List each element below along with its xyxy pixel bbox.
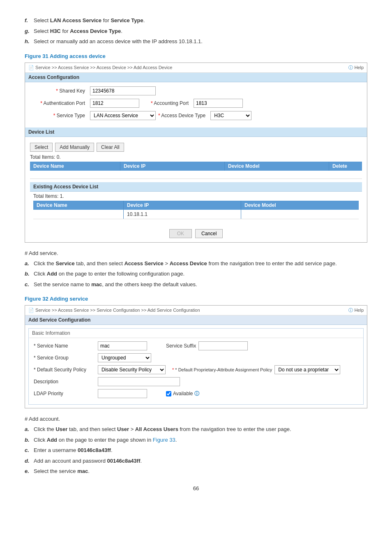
access-device-type-label: * Access Device Type	[158, 113, 208, 118]
instruction-h: h. Select or manually add an access devi…	[25, 37, 367, 46]
service-name-input[interactable]	[98, 341, 147, 350]
label-a1: a.	[25, 260, 34, 268]
basic-info-section: Basic Information * Service Name Service…	[28, 328, 364, 405]
label-c1: c.	[25, 280, 34, 289]
description-row: Description	[34, 377, 358, 386]
col-ex-device-ip: Device IP	[124, 201, 241, 210]
instruction-ae: e. Select the service mac.	[25, 467, 367, 475]
figure31-help[interactable]: ⓘ Help	[348, 65, 364, 71]
top-instructions: f. Select LAN Access Service for Service…	[25, 16, 367, 46]
instruction-ad: d. Add an account and password 00146c8a4…	[25, 457, 367, 465]
col-ex-device-name: Device Name	[33, 201, 124, 210]
figure31-breadcrumb: 📄 Service >> Access Service >> Access De…	[28, 65, 172, 70]
ok-button[interactable]: OK	[169, 229, 192, 238]
label-b1: b.	[25, 270, 34, 278]
service-suffix-label: Service Suffix	[150, 343, 196, 349]
ok-cancel-row: OK Cancel	[25, 225, 367, 242]
ex-device-name	[33, 210, 124, 219]
text-g: Select H3C for Access Device Type.	[34, 27, 367, 35]
instruction-a1: a. Click the Service tab, and then selec…	[25, 260, 367, 268]
add-manually-button[interactable]: Add Manually	[55, 143, 94, 152]
ldap-priority-label: LDAP Priority	[34, 391, 95, 396]
default-proprietary-label: * * Default Proprietary-Attribute Assign…	[168, 367, 272, 372]
service-type-row: * Service Type LAN Access Service * Acce…	[30, 111, 362, 120]
ldap-priority-input[interactable]	[98, 389, 147, 398]
hash-add-service: # Add service.	[25, 250, 367, 256]
accounting-port-input[interactable]	[194, 99, 243, 108]
service-name-label: * Service Name	[34, 343, 95, 349]
add-service-instructions: a. Click the Service tab, and then selec…	[25, 260, 367, 289]
default-security-label: * Default Security Policy	[34, 367, 95, 373]
total-items: Total Items: 0.	[30, 154, 362, 160]
port-row: * Authentication Port * Accounting Port	[30, 99, 362, 108]
ldap-row: LDAP Priority Available ⓘ	[34, 389, 358, 398]
label-ad: d.	[25, 457, 34, 465]
existing-total-items: Total Items: 1.	[33, 193, 359, 199]
figure32-help[interactable]: ⓘ Help	[348, 307, 364, 313]
instruction-ac: c. Enter a username 00146c8a43ff.	[25, 446, 367, 454]
text-ab: Click Add on the page to enter the page …	[34, 436, 367, 444]
service-type-select[interactable]: LAN Access Service	[90, 111, 156, 120]
hash-add-account: # Add account.	[25, 416, 367, 422]
clear-all-button[interactable]: Clear All	[97, 143, 124, 152]
access-config-body: * Shared Key * Authentication Port * Acc…	[25, 82, 367, 127]
existing-row-1: 10.18.1.1	[33, 210, 359, 219]
col-delete: Delete	[329, 162, 362, 171]
col-ex-device-model: Device Model	[241, 201, 359, 210]
service-type-label: * Service Type	[30, 113, 88, 118]
figure31-topbar: 📄 Service >> Access Service >> Access De…	[25, 63, 367, 73]
help-icon: ⓘ	[348, 65, 353, 70]
ex-device-model	[241, 210, 359, 219]
text-ac: Enter a username 00146c8a43ff.	[34, 446, 367, 454]
instruction-g: g. Select H3C for Access Device Type.	[25, 27, 367, 35]
cancel-button[interactable]: Cancel	[195, 229, 223, 238]
default-proprietary-select[interactable]: Do not use a proprietar	[274, 365, 340, 374]
text-c1: Set the service name to mac, and the oth…	[34, 280, 367, 289]
description-input[interactable]	[98, 377, 180, 386]
shared-key-row: * Shared Key	[30, 86, 362, 95]
device-list-body: Select Add Manually Clear All Total Item…	[25, 139, 367, 225]
device-table-empty	[30, 171, 362, 179]
label-ae: e.	[25, 467, 34, 475]
device-list-header: Device List	[25, 127, 367, 137]
access-device-type-select[interactable]: H3C	[210, 111, 251, 120]
instruction-f: f. Select LAN Access Service for Service…	[25, 16, 367, 25]
label-h: h.	[25, 37, 34, 46]
figure32-topbar: 📄 Service >> Access Service >> Service C…	[25, 306, 367, 315]
text-ae: Select the service mac.	[34, 467, 367, 475]
text-f: Select LAN Access Service for Service Ty…	[34, 16, 367, 25]
existing-header: Existing Access Device List	[30, 182, 362, 192]
auth-port-input[interactable]	[90, 99, 139, 108]
label-ab: b.	[25, 436, 34, 444]
available-row: Available ⓘ	[150, 390, 199, 397]
basic-info-body: * Service Name Service Suffix * Service …	[29, 338, 363, 404]
figure31-title: Figure 31 Adding access device	[25, 53, 367, 59]
access-config-header: Access Configuration	[25, 73, 367, 82]
help-icon2: ⓘ	[348, 308, 353, 313]
service-group-row: * Service Group Ungrouped	[34, 353, 358, 362]
text-aa: Click the User tab, and then select User…	[34, 425, 367, 433]
text-ad: Add an account and password 00146c8a43ff…	[34, 457, 367, 465]
existing-body: Total Items: 1. Device Name Device IP De…	[30, 192, 362, 221]
col-device-model: Device Model	[225, 162, 329, 171]
service-group-select[interactable]: Ungrouped	[98, 353, 151, 362]
shared-key-input[interactable]	[90, 86, 156, 95]
basic-info-header: Basic Information	[29, 329, 363, 338]
text-b1: Click Add on the page to enter the follo…	[34, 270, 367, 278]
label-g: g.	[25, 27, 34, 35]
existing-section: Existing Access Device List Total Items:…	[30, 182, 362, 221]
instruction-c1: c. Set the service name to mac, and the …	[25, 280, 367, 289]
device-list-buttons: Select Add Manually Clear All	[30, 143, 362, 152]
add-account-instructions: a. Click the User tab, and then select U…	[25, 425, 367, 475]
col-device-ip: Device IP	[120, 162, 225, 171]
description-label: Description	[34, 379, 95, 385]
service-group-label: * Service Group	[34, 355, 95, 361]
select-button[interactable]: Select	[30, 143, 53, 152]
page-number: 66	[25, 485, 367, 491]
service-suffix-input[interactable]	[198, 341, 248, 350]
available-help-icon: ⓘ	[194, 390, 199, 397]
default-security-select[interactable]: Disable Security Policy	[98, 365, 166, 374]
instruction-b1: b. Click Add on the page to enter the fo…	[25, 270, 367, 278]
auth-port-label: * Authentication Port	[30, 100, 88, 106]
available-checkbox[interactable]	[166, 391, 171, 396]
